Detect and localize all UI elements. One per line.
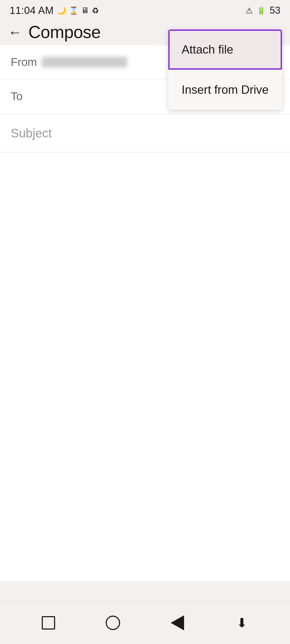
- status-right: ⚠ 🔋 53: [246, 5, 280, 16]
- from-label: From: [11, 56, 37, 69]
- battery-level: 53: [270, 5, 280, 16]
- status-icons: 🌙 ⌛ 🖥 ♻: [57, 6, 99, 15]
- page-title: Compose: [28, 22, 101, 42]
- subject-row[interactable]: Subject: [0, 114, 290, 152]
- recycle-icon: ♻: [92, 6, 99, 15]
- status-bar: 11:04 AM 🌙 ⌛ 🖥 ♻ ⚠ 🔋 53: [0, 0, 290, 19]
- subject-placeholder: Subject: [11, 126, 52, 140]
- nav-bar: ⬇: [0, 601, 290, 644]
- from-email-blurred: [42, 57, 127, 68]
- status-left: 11:04 AM 🌙 ⌛ 🖥 ♻: [10, 5, 99, 16]
- desktop-icon: 🖥: [81, 6, 89, 15]
- square-icon: [42, 616, 55, 630]
- hourglass-icon: ⌛: [69, 6, 78, 15]
- status-time: 11:04 AM: [10, 5, 54, 16]
- dropdown-menu: Attach file Insert from Drive: [168, 29, 282, 110]
- download-icon: ⬇: [236, 615, 247, 630]
- download-nav-button[interactable]: ⬇: [228, 609, 255, 636]
- moon-icon: 🌙: [57, 6, 66, 15]
- insert-from-drive-menu-item[interactable]: Insert from Drive: [168, 70, 282, 110]
- compose-form: From To ⌄ Subject: [0, 46, 290, 581]
- triangle-icon: [171, 615, 184, 630]
- home-nav-button[interactable]: [100, 609, 126, 636]
- attach-file-menu-item[interactable]: Attach file: [168, 29, 282, 70]
- compose-body[interactable]: [0, 152, 290, 581]
- back-button[interactable]: ←: [8, 25, 22, 39]
- alert-icon: ⚠: [246, 6, 253, 15]
- battery-icon: 🔋: [257, 6, 266, 15]
- back-nav-button[interactable]: [164, 609, 191, 636]
- circle-icon: [106, 616, 120, 630]
- to-label: To: [11, 90, 37, 103]
- square-nav-button[interactable]: [35, 609, 62, 636]
